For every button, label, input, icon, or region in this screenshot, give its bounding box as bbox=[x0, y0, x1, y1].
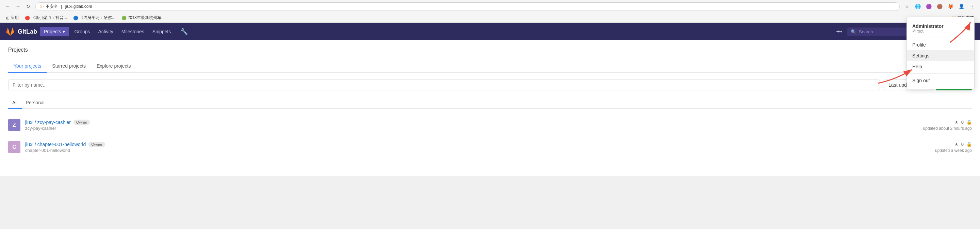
table-row: C jiuxi / chapter-001-helloworld Owner c… bbox=[8, 136, 972, 158]
browser-chrome: ← → ↻ ⓘ 不安全 | jiuxi.gitlab.com ☆ 🌐 🟣 🟤 🦊… bbox=[0, 0, 980, 23]
project-updated-2: updated a week ago bbox=[935, 148, 972, 153]
bookmark-1[interactable]: 🔴 《新引爆点：抖音... bbox=[22, 14, 70, 21]
project-info-2: jiuxi / chapter-001-helloworld Owner cha… bbox=[25, 142, 935, 153]
dropdown-profile-item[interactable]: Profile bbox=[907, 39, 974, 50]
bookmark-1-label: 《新引爆点：抖音... bbox=[31, 15, 67, 21]
extension-btn-2[interactable]: 🟣 bbox=[924, 2, 933, 11]
wrench-nav-icon[interactable]: 🔧 bbox=[176, 26, 192, 37]
milestones-nav-link[interactable]: Milestones bbox=[118, 27, 148, 36]
browser-toolbar: ← → ↻ ⓘ 不安全 | jiuxi.gitlab.com ☆ 🌐 🟣 🟤 🦊… bbox=[0, 0, 980, 13]
search-box[interactable]: 🔍 bbox=[847, 27, 915, 36]
bookmark-2[interactable]: 🔵 《终身学习：哈佛... bbox=[70, 14, 118, 21]
dropdown-signout-item[interactable]: Sign out bbox=[907, 75, 974, 86]
bookmark-2-icon: 🔵 bbox=[73, 16, 78, 21]
project-owner-1: jiuxi bbox=[25, 120, 33, 125]
project-owner-2: jiuxi bbox=[25, 142, 33, 147]
avatar-letter-2: C bbox=[12, 144, 16, 150]
project-repo-1: zcy-pay-cashier bbox=[37, 120, 71, 125]
project-badge-1: Owner bbox=[73, 120, 90, 125]
table-row: Z jiuxi / zcy-pay-cashier Owner zcy-pay-… bbox=[8, 114, 972, 136]
project-badge-2: Owner bbox=[89, 142, 105, 147]
forward-button[interactable]: → bbox=[14, 2, 22, 11]
bookmark-3[interactable]: 🟢 2018年最新杭州车... bbox=[119, 14, 167, 21]
project-name-row-1: jiuxi / zcy-pay-cashier Owner bbox=[25, 120, 923, 125]
star-count-2: 0 bbox=[961, 142, 964, 147]
lock-icon-1: 🔒 bbox=[966, 120, 972, 125]
project-list: Z jiuxi / zcy-pay-cashier Owner zcy-pay-… bbox=[8, 114, 972, 158]
projects-chevron-icon: ▾ bbox=[63, 29, 65, 34]
sub-tabs: All Personal bbox=[8, 97, 972, 109]
project-slash-1: / bbox=[35, 120, 37, 125]
gitlab-navbar: GitLab Projects ▾ Groups Activity Milest… bbox=[0, 23, 980, 40]
project-link-2[interactable]: jiuxi / chapter-001-helloworld bbox=[25, 142, 86, 147]
apps-icon: ⊞ bbox=[6, 16, 10, 21]
address-separator: | bbox=[60, 4, 63, 9]
project-desc-2: chapter-001-helloworld bbox=[25, 148, 935, 153]
plus-chevron-icon: ▾ bbox=[840, 30, 842, 34]
tab-explore-projects[interactable]: Explore projects bbox=[91, 60, 136, 73]
address-bar[interactable]: ⓘ 不安全 | jiuxi.gitlab.com bbox=[35, 2, 900, 11]
plus-icon: + bbox=[836, 28, 840, 36]
sub-tab-personal[interactable]: Personal bbox=[22, 97, 49, 109]
nav-buttons: ← → ↻ bbox=[3, 2, 33, 11]
back-button[interactable]: ← bbox=[3, 2, 12, 11]
bookmark-2-label: 《终身学习：哈佛... bbox=[79, 15, 115, 21]
gitlab-logo-icon bbox=[5, 27, 15, 36]
project-stats-1: ★ 0 🔒 bbox=[955, 120, 972, 125]
extension-btn-1[interactable]: 🌐 bbox=[913, 2, 922, 11]
dropdown-divider bbox=[907, 73, 974, 74]
dropdown-help-item[interactable]: Help bbox=[907, 61, 974, 72]
search-input[interactable] bbox=[859, 29, 912, 34]
search-icon: 🔍 bbox=[851, 29, 856, 34]
lock-icon-2: 🔒 bbox=[966, 142, 972, 147]
security-label: 不安全 bbox=[46, 4, 58, 9]
project-info-1: jiuxi / zcy-pay-cashier Owner zcy-pay-ca… bbox=[25, 120, 923, 131]
gitlab-text: GitLab bbox=[18, 28, 37, 35]
reload-button[interactable]: ↻ bbox=[24, 2, 33, 11]
dropdown-handle: @root bbox=[912, 29, 969, 34]
security-icon: ⓘ bbox=[40, 4, 43, 9]
profile-btn[interactable]: 👤 bbox=[957, 2, 966, 11]
url-text: jiuxi.gitlab.com bbox=[65, 4, 92, 9]
project-meta-1: ★ 0 🔒 updated about 2 hours ago bbox=[923, 120, 972, 131]
project-updated-1: updated about 2 hours ago bbox=[923, 126, 972, 131]
apps-label: 应用 bbox=[11, 15, 19, 21]
filter-input[interactable] bbox=[8, 79, 880, 90]
snippets-nav-link[interactable]: Snippets bbox=[148, 27, 175, 36]
project-avatar-2: C bbox=[8, 141, 21, 153]
extension-btn-3[interactable]: 🟤 bbox=[935, 2, 944, 11]
project-slash-2: / bbox=[35, 142, 37, 147]
dropdown-username: Administrator bbox=[912, 24, 969, 29]
tab-your-projects[interactable]: Your projects bbox=[8, 60, 47, 73]
new-item-button[interactable]: + ▾ bbox=[834, 26, 845, 37]
project-stats-2: ★ 0 🔒 bbox=[955, 142, 972, 147]
project-name-row-2: jiuxi / chapter-001-helloworld Owner bbox=[25, 142, 935, 147]
activity-nav-link[interactable]: Activity bbox=[94, 27, 118, 36]
filter-row: Last updated ▾ New project bbox=[8, 79, 972, 90]
bookmark-3-icon: 🟢 bbox=[121, 16, 127, 21]
groups-nav-link[interactable]: Groups bbox=[70, 27, 94, 36]
extension-btn-4[interactable]: 🦊 bbox=[946, 2, 955, 11]
bookmarks-bar: ⊞ 应用 🔴 《新引爆点：抖音... 🔵 《终身学习：哈佛... 🟢 2018年… bbox=[0, 13, 980, 23]
bookmark-3-label: 2018年最新杭州车... bbox=[127, 15, 165, 21]
star-icon-1: ★ bbox=[955, 120, 959, 125]
bookmark-star-btn[interactable]: ☆ bbox=[902, 2, 911, 11]
star-count-1: 0 bbox=[961, 120, 964, 125]
project-desc-1: zcy-pay-cashier bbox=[25, 126, 923, 131]
gitlab-logo[interactable]: GitLab bbox=[5, 27, 37, 36]
dropdown-settings-item[interactable]: Settings bbox=[907, 50, 974, 61]
bookmark-1-icon: 🔴 bbox=[25, 16, 30, 21]
browser-actions: ☆ 🌐 🟣 🟤 🦊 👤 ⋮ bbox=[902, 2, 977, 11]
project-meta-2: ★ 0 🔒 updated a week ago bbox=[935, 142, 972, 153]
projects-nav-button[interactable]: Projects ▾ bbox=[40, 27, 69, 36]
projects-tabs: Your projects Starred projects Explore p… bbox=[8, 60, 972, 73]
tab-starred-projects[interactable]: Starred projects bbox=[47, 60, 91, 73]
dropdown-header: Administrator @root bbox=[907, 20, 974, 37]
menu-btn[interactable]: ⋮ bbox=[968, 2, 977, 11]
sub-tab-all[interactable]: All bbox=[8, 97, 22, 109]
project-avatar-1: Z bbox=[8, 119, 21, 131]
bookmarks-apps[interactable]: ⊞ 应用 bbox=[3, 14, 21, 21]
main-content: Projects Your projects Starred projects … bbox=[0, 40, 980, 176]
project-repo-2: chapter-001-helloworld bbox=[37, 142, 86, 147]
project-link-1[interactable]: jiuxi / zcy-pay-cashier bbox=[25, 120, 71, 125]
